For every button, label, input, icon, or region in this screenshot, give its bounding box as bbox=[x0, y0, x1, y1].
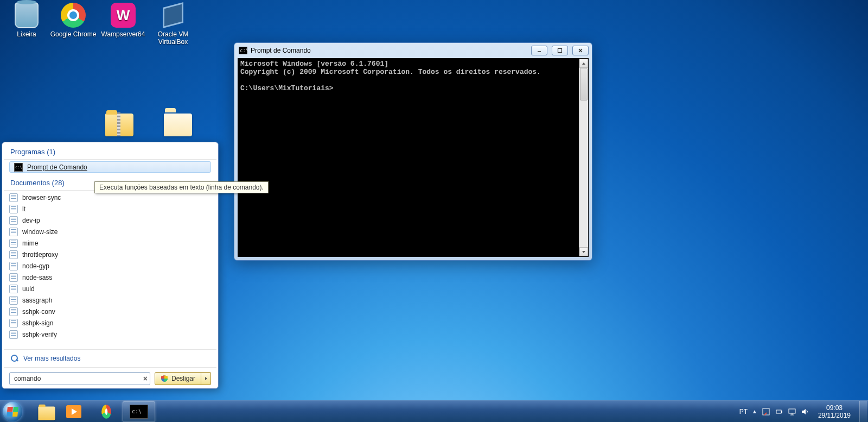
close-button[interactable] bbox=[572, 46, 589, 55]
search-result-item[interactable]: node-gyp bbox=[4, 260, 216, 272]
search-icon bbox=[10, 354, 19, 363]
desktop-folders bbox=[105, 114, 192, 136]
scroll-up-button[interactable] bbox=[579, 59, 588, 68]
search-result-label: Prompt de Comando bbox=[27, 163, 87, 171]
media-player-icon bbox=[65, 404, 82, 419]
document-icon bbox=[9, 273, 18, 282]
search-result-item[interactable]: mime bbox=[4, 237, 216, 249]
desktop-icon-label: Oracle VMVirtualBox bbox=[150, 30, 196, 46]
search-result-item[interactable]: sshpk-sign bbox=[4, 317, 216, 329]
show-desktop-button[interactable] bbox=[859, 401, 867, 423]
taskbar-pinned-explorer[interactable] bbox=[25, 401, 58, 422]
search-result-item[interactable]: window-size bbox=[4, 226, 216, 237]
chrome-icon bbox=[98, 404, 115, 419]
scroll-track[interactable] bbox=[579, 68, 588, 247]
search-result-label: mime bbox=[22, 240, 38, 247]
search-result-item[interactable]: dev-ip bbox=[4, 215, 216, 226]
desktop-icon-wamp[interactable]: Wampserver64 bbox=[100, 2, 146, 38]
taskbar-pinned-media-player[interactable] bbox=[58, 401, 90, 422]
start-button[interactable] bbox=[0, 401, 25, 423]
svg-marker-4 bbox=[582, 62, 585, 65]
search-result-label: throttleproxy bbox=[22, 251, 58, 259]
taskbar-clock[interactable]: 09:03 29/11/2019 bbox=[814, 404, 855, 419]
search-result-label: node-sass bbox=[22, 274, 52, 281]
search-result-item[interactable]: sshpk-conv bbox=[4, 306, 216, 317]
search-result-label: dev-ip bbox=[22, 217, 40, 224]
chrome-icon bbox=[60, 2, 86, 28]
action-center-icon[interactable] bbox=[762, 407, 770, 416]
search-result-item[interactable]: browser-sync bbox=[4, 192, 216, 203]
folder-open-icon[interactable] bbox=[164, 114, 192, 136]
document-icon bbox=[9, 307, 18, 316]
document-icon bbox=[9, 262, 18, 270]
start-search-input[interactable]: comando × bbox=[9, 372, 150, 385]
search-result-label: browser-sync bbox=[22, 194, 61, 201]
shutdown-options-button[interactable] bbox=[201, 372, 211, 385]
taskbar-running-cmd[interactable]: c:\ bbox=[123, 401, 155, 422]
file-explorer-icon bbox=[33, 404, 50, 419]
search-result-label: lt bbox=[22, 205, 25, 213]
tray-overflow-button[interactable]: ▲ bbox=[752, 408, 757, 414]
network-icon[interactable] bbox=[788, 407, 796, 416]
maximize-button[interactable] bbox=[552, 46, 568, 55]
cmd-icon: c:\ bbox=[239, 47, 247, 54]
search-result-item[interactable]: uuid bbox=[4, 283, 216, 294]
start-panel-bottom: comando × Desligar bbox=[4, 371, 216, 386]
document-icon bbox=[9, 296, 18, 305]
power-icon[interactable] bbox=[775, 407, 783, 416]
svg-marker-16 bbox=[802, 409, 806, 414]
command-prompt-window[interactable]: c:\ Prompt de Comando Microsoft Windows … bbox=[234, 42, 592, 261]
window-titlebar[interactable]: c:\ Prompt de Comando bbox=[234, 43, 592, 58]
language-indicator[interactable]: PT bbox=[739, 408, 748, 415]
taskbar-pinned-chrome[interactable] bbox=[90, 401, 123, 422]
desktop-icon-label: Google Chrome bbox=[50, 30, 97, 38]
search-result-item[interactable]: lt bbox=[4, 203, 216, 215]
svg-rect-13 bbox=[789, 409, 795, 413]
document-icon bbox=[9, 205, 18, 213]
search-result-label: sshpk-conv bbox=[22, 308, 55, 316]
see-more-results-label: Ver mais resultados bbox=[23, 355, 80, 362]
scroll-down-button[interactable] bbox=[579, 247, 588, 256]
search-result-item[interactable]: throttleproxy bbox=[4, 249, 216, 260]
shield-icon bbox=[161, 375, 168, 382]
search-result-item[interactable]: sshpk-verify bbox=[4, 329, 216, 340]
search-result-item[interactable]: sassgraph bbox=[4, 294, 216, 306]
taskbar: c:\ PT ▲ 09:03 29/11/2019 bbox=[0, 400, 868, 422]
document-icon bbox=[9, 239, 18, 248]
document-icon bbox=[9, 285, 18, 293]
search-result-label: uuid bbox=[22, 285, 35, 293]
svg-marker-5 bbox=[582, 251, 585, 253]
shutdown-label: Desligar bbox=[171, 375, 195, 382]
search-result-label: window-size bbox=[22, 228, 58, 236]
search-input-text: comando bbox=[14, 375, 143, 382]
svg-rect-11 bbox=[776, 410, 781, 413]
document-icon bbox=[9, 250, 18, 259]
window-title: Prompt de Comando bbox=[251, 47, 527, 54]
svg-marker-6 bbox=[205, 377, 207, 380]
shutdown-button[interactable]: Desligar bbox=[155, 372, 201, 385]
cmd-icon bbox=[14, 163, 23, 172]
shutdown-split-button: Desligar bbox=[155, 372, 211, 385]
desktop-icon-chrome[interactable]: Google Chrome bbox=[50, 2, 97, 38]
see-more-results[interactable]: Ver mais resultados bbox=[4, 350, 216, 367]
search-result-label: node-gyp bbox=[22, 262, 49, 270]
command-prompt-body[interactable]: Microsoft Windows [versão 6.1.7601] Copy… bbox=[238, 58, 589, 257]
programs-section-header: Programas (1) bbox=[4, 146, 216, 160]
recycle-bin-icon bbox=[14, 2, 40, 28]
minimize-button[interactable] bbox=[531, 46, 547, 55]
scroll-thumb[interactable] bbox=[580, 68, 588, 100]
search-result-item[interactable]: node-sass bbox=[4, 272, 216, 283]
clock-time: 09:03 bbox=[818, 404, 851, 412]
search-result-label: sshpk-verify bbox=[22, 331, 57, 338]
volume-icon[interactable] bbox=[801, 407, 809, 416]
start-menu-panel: Programas (1) Prompt de Comando Document… bbox=[2, 142, 219, 389]
system-tray: PT ▲ 09:03 29/11/2019 bbox=[739, 401, 868, 422]
document-icon bbox=[9, 193, 18, 202]
svg-rect-12 bbox=[781, 411, 782, 413]
desktop-icon-recycle-bin[interactable]: Lixeira bbox=[3, 2, 50, 38]
search-result-prompt-de-comando[interactable]: Prompt de Comando bbox=[9, 161, 211, 173]
folder-zip-icon[interactable] bbox=[105, 114, 133, 136]
scrollbar-vertical[interactable] bbox=[579, 59, 588, 256]
clear-search-button[interactable]: × bbox=[143, 374, 148, 383]
desktop-icon-virtualbox[interactable]: Oracle VMVirtualBox bbox=[150, 2, 196, 46]
